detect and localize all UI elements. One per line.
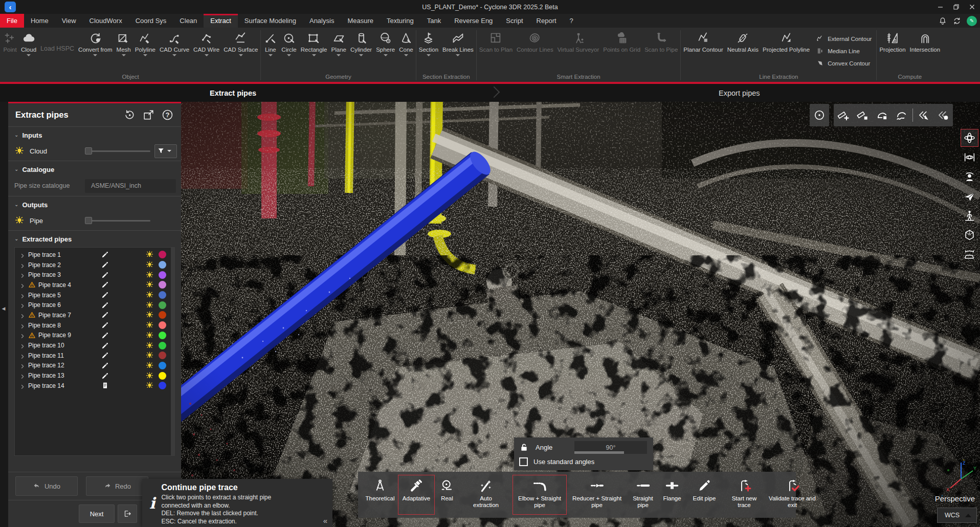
workflow-tab-export-pipes[interactable]: Export pipes <box>719 84 760 102</box>
angle-value-input[interactable]: 90° <box>574 441 647 454</box>
trace-color-swatch[interactable] <box>159 251 166 258</box>
visibility-bulb-icon[interactable] <box>145 260 154 269</box>
measure-square-icon[interactable] <box>853 104 873 126</box>
table-row-pipe-trace-8[interactable]: Pipe trace 8 <box>15 320 174 331</box>
table-row-pipe-trace-4[interactable]: Pipe trace 4 <box>15 280 174 290</box>
chevron-right-icon[interactable] <box>19 353 26 359</box>
chevron-right-icon[interactable] <box>19 302 26 308</box>
edit-pencil-icon[interactable] <box>101 291 109 299</box>
ribbon-button-section[interactable]: Section <box>417 29 440 73</box>
edit-pencil-icon[interactable] <box>101 280 109 289</box>
pipe-opacity-slider[interactable] <box>85 217 150 224</box>
menu-item-coord-sys[interactable]: Coord Sys <box>129 14 173 28</box>
table-row-pipe-trace-3[interactable]: Pipe trace 3 <box>15 270 174 280</box>
ribbon-button-break-lines[interactable]: Break Lines <box>440 29 476 73</box>
ribbon-button-polyline[interactable]: Polyline <box>133 29 158 73</box>
edit-pencil-icon[interactable] <box>101 371 109 380</box>
ribbon-button-rectangle[interactable]: Rectangle <box>299 29 329 73</box>
protractor-square-icon[interactable] <box>873 104 892 126</box>
view-cube-tool[interactable] <box>961 226 978 244</box>
mode-button-edit-pipe[interactable]: Edit pipe <box>691 475 718 515</box>
back-button[interactable]: ‹ <box>5 2 16 12</box>
visibility-bulb-icon[interactable] <box>145 271 154 279</box>
menu-item-surface-modeling[interactable]: Surface Modeling <box>238 14 303 28</box>
trace-color-swatch[interactable] <box>159 362 166 369</box>
notifications-bell-icon[interactable] <box>938 16 947 26</box>
mode-button-elbow-straight-pipe[interactable]: Elbow + Straight pipe <box>513 475 567 515</box>
ribbon-button-cone[interactable]: Cone <box>397 29 415 73</box>
menu-item-home[interactable]: Home <box>24 14 55 28</box>
ribbon-button-virtual-surveyor[interactable]: Virtual Surveyor <box>555 29 602 73</box>
mode-button-flange[interactable]: Flange <box>659 475 685 515</box>
ribbon-button-load-hspc[interactable]: Load HSPC <box>38 29 76 73</box>
chevron-right-icon[interactable] <box>19 252 26 258</box>
turntable-tool[interactable] <box>961 246 978 264</box>
coordinate-system-button[interactable]: WCS <box>937 508 977 523</box>
visibility-bulb-icon[interactable] <box>14 215 25 226</box>
visibility-bulb-icon[interactable] <box>14 146 25 156</box>
table-row-pipe-trace-6[interactable]: Pipe trace 6 <box>15 300 174 310</box>
edit-pencil-icon[interactable] <box>101 260 109 269</box>
ribbon-button-contour-lines[interactable]: Contour Lines <box>515 29 555 73</box>
visibility-bulb-icon[interactable] <box>145 250 154 259</box>
ribbon-button-line[interactable]: Line <box>261 29 279 73</box>
table-row-pipe-trace-13[interactable]: Pipe trace 13 <box>15 370 174 381</box>
display-target-icon[interactable] <box>810 104 829 126</box>
use-standard-angles-checkbox[interactable] <box>519 457 528 466</box>
visibility-bulb-icon[interactable] <box>145 371 154 380</box>
menu-item-texturing[interactable]: Texturing <box>380 14 420 28</box>
ribbon-button-median-line[interactable]: Median Line <box>816 47 872 55</box>
menu-item-extract[interactable]: Extract <box>204 14 237 28</box>
table-row-pipe-trace-10[interactable]: Pipe trace 10 <box>15 340 174 350</box>
chevron-right-icon[interactable] <box>19 282 26 288</box>
undo-button[interactable]: Undo <box>15 476 78 496</box>
cloud-filter-button[interactable] <box>154 144 177 158</box>
trace-color-swatch[interactable] <box>159 372 166 380</box>
trace-color-swatch[interactable] <box>159 332 166 339</box>
visibility-bulb-icon[interactable] <box>145 361 154 370</box>
trace-color-swatch[interactable] <box>159 311 166 319</box>
ribbon-button-cad-curve[interactable]: CAD Curve <box>158 29 191 73</box>
ribbon-button-cad-wire[interactable]: CAD Wire <box>191 29 221 73</box>
table-row-pipe-trace-9[interactable]: Pipe trace 9 <box>15 331 174 341</box>
exit-step-button[interactable] <box>118 504 137 523</box>
table-row-pipe-trace-14[interactable]: Pipe trace 14 <box>15 381 174 391</box>
menu-item-tank[interactable]: Tank <box>420 14 448 28</box>
chevron-right-icon[interactable] <box>19 322 26 328</box>
chevron-right-icon[interactable] <box>19 383 26 389</box>
visibility-bulb-icon[interactable] <box>145 291 154 299</box>
visibility-bulb-icon[interactable] <box>145 341 154 350</box>
ribbon-button-intersection[interactable]: Intersection <box>908 29 942 73</box>
help-icon[interactable]: ? <box>161 108 174 121</box>
visibility-bulb-icon[interactable] <box>145 381 154 390</box>
tooltip-collapse-icon[interactable]: « <box>323 516 327 525</box>
mode-button-start-new-trace[interactable]: Start new trace <box>723 475 765 515</box>
edit-pencil-icon[interactable] <box>101 331 109 340</box>
ribbon-button-cad-surface[interactable]: CAD Surface <box>221 29 260 73</box>
table-row-pipe-trace-1[interactable]: Pipe trace 1 <box>15 250 174 260</box>
menu-item-view[interactable]: View <box>55 14 83 28</box>
trace-color-swatch[interactable] <box>159 382 166 389</box>
visibility-bulb-icon[interactable] <box>145 301 154 310</box>
table-row-pipe-trace-11[interactable]: Pipe trace 11 <box>15 350 174 361</box>
pipe-size-catalogue-select[interactable]: ASME/ANSI_inch <box>85 179 176 193</box>
ribbon-button-mesh[interactable]: Mesh <box>115 29 133 73</box>
mode-button-adaptative[interactable]: Adaptative <box>398 475 435 515</box>
menu-item-analysis[interactable]: Analysis <box>303 14 341 28</box>
trace-color-swatch[interactable] <box>159 291 166 299</box>
restore-button[interactable] <box>948 0 964 14</box>
ribbon-button-external-contour[interactable]: External Contour <box>816 34 872 43</box>
protractor-curve-icon[interactable] <box>892 104 911 126</box>
visibility-bulb-icon[interactable] <box>145 351 154 360</box>
table-row-pipe-trace-7[interactable]: Pipe trace 7 <box>15 310 174 320</box>
popout-icon[interactable] <box>142 108 155 121</box>
edit-pencil-icon[interactable] <box>101 301 109 310</box>
fly-mode-tool[interactable] <box>961 187 978 205</box>
visibility-bulb-icon[interactable] <box>145 331 154 340</box>
mode-button-reducer-straight-pipe[interactable]: Reducer + Straight pipe <box>567 475 627 515</box>
constrained-orbit-tool[interactable] <box>961 148 978 166</box>
sync-icon[interactable] <box>952 16 962 26</box>
chevron-right-icon[interactable] <box>19 372 26 379</box>
look-around-tool[interactable] <box>961 168 978 186</box>
ribbon-button-point[interactable]: Point <box>1 29 19 73</box>
